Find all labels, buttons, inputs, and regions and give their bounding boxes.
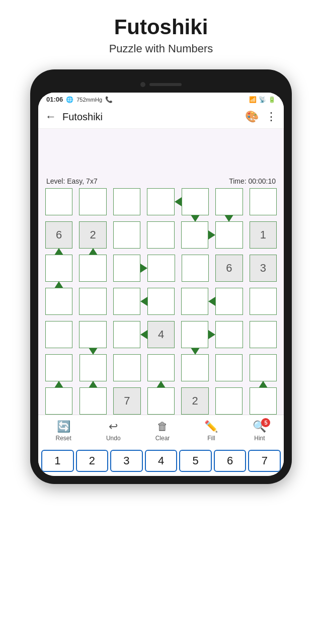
number-btn-2[interactable]: 2 [76,450,109,472]
cell-r1-c3[interactable] [147,221,174,249]
cell-r3-c6[interactable] [250,288,277,315]
number-btn-5[interactable]: 5 [179,450,212,472]
cell-r1-c6[interactable]: 1 [250,221,277,249]
grid-row-5 [45,354,277,381]
cell-r3-c3[interactable] [147,288,175,315]
cell-r2-c5[interactable]: 6 [215,255,243,282]
h-constraint-r1-c3 [175,221,181,249]
cell-r4-c3[interactable]: 4 [147,321,175,348]
cell-r5-c5[interactable] [215,354,243,381]
h-constraint-r6-c4 [209,387,215,415]
number-btn-4[interactable]: 4 [145,450,178,472]
v-constraint-r4-c4 [181,348,208,354]
number-btn-7[interactable]: 7 [248,450,281,472]
number-btn-1[interactable]: 1 [41,450,74,472]
h-constraint-r3-c1 [107,288,113,315]
cell-r6-c1[interactable] [79,387,107,415]
clear-icon: 🗑 [157,420,168,433]
hint-button[interactable]: 🔍 5 Hint [253,420,266,442]
undo-icon: ↩ [109,420,118,433]
cell-r0-c2[interactable] [113,188,140,215]
cell-r6-c4[interactable]: 2 [181,387,208,415]
cell-r4-c0[interactable] [45,321,72,348]
cell-r5-c0[interactable] [45,354,72,381]
v-constraint-r0-c5 [215,215,243,221]
h-constraint-r0-c0 [72,188,79,215]
phone-camera [140,82,145,87]
cell-r0-c5[interactable] [215,188,243,215]
cell-r6-c3[interactable] [147,387,175,415]
v-constraint-r2-c5 [215,282,243,288]
cell-r6-c0[interactable] [45,387,72,415]
cell-r5-c2[interactable] [113,354,140,381]
h-constraint-r4-c5 [243,321,250,348]
cell-r4-c5[interactable] [215,321,243,348]
v-constraint-row-2 [45,282,277,288]
cell-r1-c5[interactable] [215,221,243,249]
h-constraint-r1-c0 [72,221,79,249]
grid-row-3 [45,288,277,315]
number-row: 1234567 [38,446,284,476]
cell-r3-c5[interactable] [215,288,243,315]
h-constraint-r6-c3 [175,387,181,415]
undo-button[interactable]: ↩ Undo [106,420,121,442]
app-bar-actions: 🎨 ⋮ [245,110,277,123]
cell-r4-c4[interactable] [181,321,208,348]
cell-r0-c1[interactable] [79,188,106,215]
grid-row-4: 4 [45,321,277,348]
v-constraint-r5-c5 [215,381,243,387]
cell-r5-c1[interactable] [79,354,107,381]
status-health-icon: 752mmHg [76,97,102,103]
cell-r0-c3[interactable] [147,188,174,215]
cell-r2-c3[interactable] [147,255,175,282]
h-constraint-r3-c4 [208,288,215,315]
cell-r2-c6[interactable]: 3 [250,255,277,282]
h-constraint-r5-c2 [141,354,147,381]
cell-r6-c5[interactable] [215,387,243,415]
v-constraint-r5-c3 [147,381,175,387]
h-constraint-r5-c0 [72,354,79,381]
palette-button[interactable]: 🎨 [245,110,259,123]
v-constraint-r4-c6 [250,348,277,354]
cell-r3-c0[interactable] [45,288,72,315]
time-label: Time: 00:00:10 [229,177,276,185]
cell-r3-c4[interactable] [181,288,208,315]
cell-r6-c6[interactable] [250,387,277,415]
reset-button[interactable]: 🔄 Reset [56,420,71,442]
fill-button[interactable]: ✏️ Fill [204,420,218,442]
cell-r4-c1[interactable] [79,321,106,348]
cell-r1-c0[interactable]: 6 [45,221,72,249]
cell-r1-c2[interactable] [113,221,140,249]
cell-r0-c4[interactable] [182,188,209,215]
page-subtitle: Puzzle with Numbers [109,42,213,55]
v-constraint-r1-c0 [45,249,72,255]
number-btn-3[interactable]: 3 [110,450,143,472]
clear-button[interactable]: 🗑 Clear [155,420,170,442]
h-constraint-r2-c2 [140,255,147,282]
cell-r1-c1[interactable]: 2 [79,221,106,249]
cell-r2-c2[interactable] [113,255,140,282]
cell-r0-c6[interactable] [250,188,277,215]
cell-r5-c4[interactable] [181,354,208,381]
cell-r4-c2[interactable] [113,321,140,348]
more-button[interactable]: ⋮ [266,110,277,123]
cell-r4-c6[interactable] [250,321,277,348]
signal-icon: 📡 [259,96,266,103]
cell-r5-c6[interactable] [250,354,277,381]
cell-r6-c2[interactable]: 7 [113,387,140,415]
v-constraint-r2-c6 [250,282,277,288]
cell-r2-c4[interactable] [182,255,209,282]
cell-r2-c1[interactable] [79,255,106,282]
number-btn-6[interactable]: 6 [214,450,247,472]
phone-notch [38,77,284,92]
h-constraint-r2-c4 [209,255,215,282]
cell-r3-c2[interactable] [113,288,140,315]
status-time: 01:06 [46,96,63,103]
cell-r3-c1[interactable] [79,288,106,315]
cell-r5-c3[interactable] [147,354,175,381]
h-constraint-r2-c0 [72,255,79,282]
cell-r2-c0[interactable] [45,255,72,282]
cell-r1-c4[interactable] [181,221,208,249]
cell-r0-c0[interactable] [45,188,72,215]
back-button[interactable]: ← [45,110,56,123]
